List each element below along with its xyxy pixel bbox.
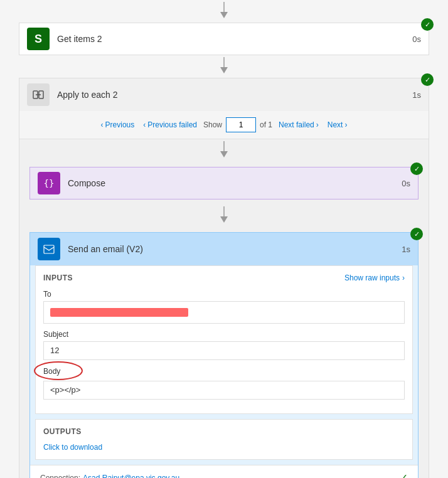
svg-marker-7 <box>220 151 228 157</box>
show-raw-inputs-button[interactable]: Show raw inputs › <box>344 274 405 282</box>
chevron-raw-icon: › <box>402 274 405 282</box>
send-email-step[interactable]: Send an email (V2) 1s ✓ INPUTS Show raw … <box>29 232 419 478</box>
send-email-duration: 1s <box>402 245 410 254</box>
show-label: Show <box>203 120 222 129</box>
svg-marker-3 <box>220 67 228 73</box>
body-label-wrapper: Body <box>43 367 60 378</box>
send-email-check: ✓ <box>410 228 423 240</box>
to-label: To <box>43 290 405 299</box>
compose-icon: {} <box>38 172 60 194</box>
apply-each-header[interactable]: Apply to each 2 1s ✓ <box>19 78 429 111</box>
compose-step[interactable]: {} Compose 0s ✓ <box>29 167 419 199</box>
subject-label: Subject <box>43 330 405 339</box>
get-items-icon: S <box>27 28 50 50</box>
inner-arrow-1 <box>19 139 429 162</box>
get-items-duration: 0s <box>412 35 421 44</box>
connection-check-icon: ✓ <box>400 472 408 478</box>
body-field-value: <p></p> <box>43 381 405 400</box>
next-failed-button[interactable]: Next failed › <box>276 119 321 130</box>
connection-email-link[interactable]: Asad.Rajput@epa.vic.gov.au <box>83 474 179 479</box>
connection-bar: Connection: Asad.Rajput@epa.vic.gov.au ✓ <box>30 465 418 478</box>
click-to-download-link[interactable]: Click to download <box>43 443 102 452</box>
page-container: S Get items 2 0s ✓ Apply to each 2 1s <box>0 0 448 478</box>
next-button[interactable]: Next › <box>325 119 350 130</box>
get-items-label: Get items 2 <box>57 34 412 44</box>
inputs-title: INPUTS <box>43 274 73 282</box>
chevron-right-failed-icon: › <box>316 120 319 129</box>
apply-each-icon <box>27 83 50 106</box>
apply-each-check: ✓ <box>421 73 434 86</box>
previous-failed-button[interactable]: ‹ Previous failed <box>141 119 200 130</box>
get-items-step[interactable]: S Get items 2 0s ✓ <box>19 23 429 55</box>
chevron-left-icon: ‹ <box>101 120 104 129</box>
compose-label: Compose <box>68 178 402 188</box>
chevron-right-icon: › <box>344 120 347 129</box>
inner-arrow-2 <box>19 204 429 227</box>
apply-each-step[interactable]: Apply to each 2 1s ✓ ‹ Previous ‹ Previo… <box>19 78 429 478</box>
body-label: Body <box>43 367 60 376</box>
svg-marker-1 <box>220 12 228 18</box>
top-arrow-connector <box>0 0 448 23</box>
inputs-section: INPUTS Show raw inputs › To Subject 12 B… <box>35 265 413 414</box>
send-email-header[interactable]: Send an email (V2) 1s ✓ <box>30 233 418 265</box>
chevron-left-failed-icon: ‹ <box>143 120 146 129</box>
connection-label: Connection: <box>40 474 80 479</box>
subject-field-value: 12 <box>43 341 405 360</box>
send-email-label: Send an email (V2) <box>68 244 402 254</box>
to-field-value <box>43 301 405 324</box>
send-email-icon <box>38 238 60 260</box>
apply-each-duration: 1s <box>412 90 421 100</box>
previous-button[interactable]: ‹ Previous <box>99 119 137 130</box>
svg-rect-10 <box>44 245 54 253</box>
redact-overlay <box>50 308 188 317</box>
get-items-check: ✓ <box>421 18 434 31</box>
outputs-title: OUTPUTS <box>43 427 405 436</box>
pagination-bar: ‹ Previous ‹ Previous failed Show of 1 N… <box>19 111 429 139</box>
of-label: of 1 <box>260 120 272 129</box>
inputs-header: INPUTS Show raw inputs › <box>43 274 405 282</box>
compose-duration: 0s <box>402 179 410 188</box>
outputs-section: OUTPUTS Click to download <box>35 419 413 460</box>
svg-marker-9 <box>220 216 228 223</box>
apply-each-label: Apply to each 2 <box>57 90 412 100</box>
compose-check: ✓ <box>410 162 423 175</box>
arrow-1 <box>0 55 448 78</box>
page-input[interactable] <box>226 117 256 132</box>
